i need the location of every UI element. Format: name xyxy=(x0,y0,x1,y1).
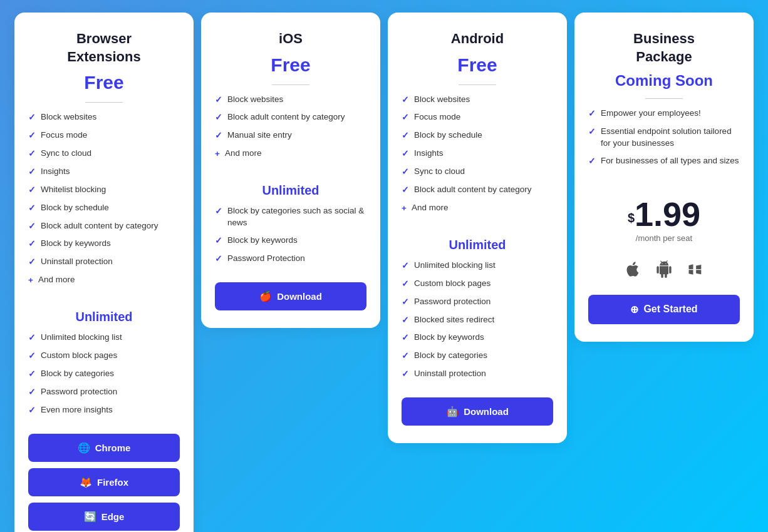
free-features-android: ✓Block websites ✓Focus mode ✓Block by sc… xyxy=(402,94,553,220)
check-icon: ✓ xyxy=(588,126,596,138)
firefox-button[interactable]: 🦊 Firefox xyxy=(28,468,180,496)
check-icon: ✓ xyxy=(28,166,36,178)
ios-download-label: Download xyxy=(277,291,322,302)
check-icon: ✓ xyxy=(215,112,222,124)
feature-item: ✓Block adult content by category xyxy=(28,220,180,233)
feature-text: Focus mode xyxy=(41,130,87,141)
feature-item: ✓Sync to cloud xyxy=(28,148,180,160)
unlimited-features-browser: ✓Unlimited blocking list ✓Custom block p… xyxy=(28,332,180,422)
feature-item: ✓Password Protection xyxy=(215,253,366,265)
check-icon: ✓ xyxy=(402,185,409,197)
price-display: $1.99 xyxy=(588,197,740,231)
firefox-icon: 🦊 xyxy=(80,476,92,488)
feature-item: ✓Empower your employees! xyxy=(588,108,740,120)
divider xyxy=(459,84,496,85)
feature-text: And more xyxy=(225,148,262,160)
check-icon: ✓ xyxy=(28,203,36,215)
check-icon: ✓ xyxy=(215,235,222,247)
edge-icon: 🔄 xyxy=(84,511,96,523)
edge-label: Edge xyxy=(101,511,125,522)
card-title-ios: iOS xyxy=(215,30,366,48)
edge-button[interactable]: 🔄 Edge xyxy=(28,503,180,531)
unlimited-label-android: Unlimited xyxy=(402,238,553,252)
apple-icon: 🍎 xyxy=(259,290,272,302)
plus-icon: + xyxy=(28,275,33,287)
check-icon: ✓ xyxy=(215,253,222,265)
feature-item: ✓Insights xyxy=(402,148,553,160)
price-block: $1.99 /month per seat xyxy=(588,197,740,243)
feature-text: Blocked sites redirect xyxy=(414,314,494,326)
check-icon: ✓ xyxy=(28,387,36,399)
check-icon: ✓ xyxy=(402,332,409,344)
feature-item: ✓Block by keywords xyxy=(215,235,366,247)
card-ios: iOS Free ✓Block websites ✓Block adult co… xyxy=(201,13,380,328)
plus-icon: + xyxy=(215,148,220,160)
check-icon: ✓ xyxy=(28,148,36,160)
chrome-button[interactable]: 🌐 Chrome xyxy=(28,434,180,462)
ios-download-button[interactable]: 🍎 Download xyxy=(215,282,366,310)
feature-item: ✓Block adult content by category xyxy=(215,111,366,124)
check-icon: ✓ xyxy=(402,166,409,178)
feature-text: For businesses of all types and sizes xyxy=(601,155,739,167)
check-icon: ✓ xyxy=(588,108,596,120)
feature-text: Insights xyxy=(414,148,444,160)
feature-text: Block adult content by category xyxy=(41,220,158,232)
check-icon: ✓ xyxy=(28,221,36,233)
free-label-android: Free xyxy=(402,54,553,76)
free-features-ios: ✓Block websites ✓Block adult content by … xyxy=(215,94,366,166)
check-icon: ✓ xyxy=(402,297,409,309)
feature-item: ✓Insights xyxy=(28,166,180,178)
feature-text: And more xyxy=(412,202,449,214)
android-download-button[interactable]: 🤖 Download xyxy=(402,397,553,426)
feature-text: Insights xyxy=(41,166,70,178)
feature-item: ✓Block websites xyxy=(402,94,553,106)
feature-text: Uninstall protection xyxy=(41,256,113,268)
feature-item: ✓Custom block pages xyxy=(28,350,180,362)
chrome-label: Chrome xyxy=(95,442,131,453)
feature-item: ✓Focus mode xyxy=(28,130,180,142)
price-value: 1.99 xyxy=(635,195,700,233)
feature-text: Password Protection xyxy=(227,253,305,265)
windows-platform-icon xyxy=(687,260,704,282)
feature-text: Block by keywords xyxy=(414,332,484,344)
android-download-label: Download xyxy=(464,406,509,417)
feature-text: Block by categories xyxy=(41,368,114,380)
free-label-browser: Free xyxy=(28,72,180,93)
feature-item: +And more xyxy=(402,202,553,215)
feature-item: ✓Unlimited blocking list xyxy=(402,260,553,272)
feature-text: Block by schedule xyxy=(414,130,482,141)
get-started-button[interactable]: ⊕ Get Started xyxy=(588,295,740,324)
feature-text: Block by schedule xyxy=(41,202,109,214)
feature-item: ✓Block websites xyxy=(215,94,366,106)
feature-item: ✓Even more insights xyxy=(28,404,180,417)
check-icon: ✓ xyxy=(28,350,36,362)
feature-text: Block by keywords xyxy=(227,235,298,247)
feature-text: Block websites xyxy=(41,111,96,123)
check-icon: ✓ xyxy=(28,238,36,250)
unlimited-label-browser: Unlimited xyxy=(28,310,180,324)
feature-text: Block by keywords xyxy=(41,238,111,250)
feature-item: ✓Block by keywords xyxy=(402,332,553,344)
feature-text: Whitelist blocking xyxy=(41,184,106,196)
globe-icon: 🌐 xyxy=(78,442,90,454)
check-icon: ✓ xyxy=(402,112,409,124)
divider xyxy=(85,102,123,103)
feature-item: ✓Password protection xyxy=(402,296,553,309)
get-started-label: Get Started xyxy=(643,304,697,315)
feature-text: Password protection xyxy=(414,296,490,308)
firefox-label: Firefox xyxy=(97,477,128,488)
feature-item: ✓Block by categories such as social & ne… xyxy=(215,205,366,229)
feature-text: Block websites xyxy=(414,94,470,106)
feature-item: ✓Block by categories xyxy=(28,368,180,381)
unlimited-features-ios: ✓Block by categories such as social & ne… xyxy=(215,205,366,271)
check-icon: ✓ xyxy=(402,95,409,106)
feature-text: Even more insights xyxy=(41,404,113,416)
feature-text: Focus mode xyxy=(414,111,460,123)
feature-item: ✓Uninstall protection xyxy=(402,368,553,381)
free-label-ios: Free xyxy=(215,54,366,76)
feature-item: ✓Block by schedule xyxy=(28,202,180,215)
feature-item: ✓Password protection xyxy=(28,386,180,399)
check-icon: ✓ xyxy=(28,257,36,269)
check-icon: ✓ xyxy=(402,279,409,290)
check-icon: ✓ xyxy=(215,206,222,218)
